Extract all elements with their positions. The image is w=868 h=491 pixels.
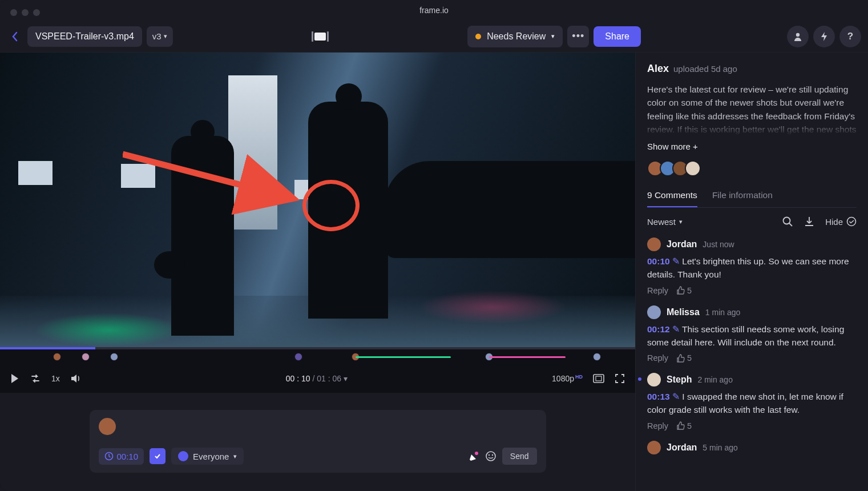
version-label: v3 bbox=[152, 31, 162, 41]
timeline-marker[interactable] bbox=[294, 353, 302, 361]
comment-timecode[interactable]: 00:10 bbox=[647, 256, 670, 266]
comment-item[interactable]: Jordan Just now 00:10 ✎ Let's brighten t… bbox=[647, 238, 857, 295]
comment-meta: Just now bbox=[703, 240, 734, 249]
svg-point-9 bbox=[784, 218, 790, 224]
loop-button[interactable] bbox=[30, 373, 41, 384]
comments-sidebar: Alex uploaded 5d ago Here's the latest c… bbox=[635, 53, 868, 491]
play-button[interactable] bbox=[10, 373, 19, 384]
chevron-down-icon: ▾ bbox=[551, 33, 555, 40]
comment-composer[interactable]: 00:10 Everyone ▾ bbox=[90, 410, 546, 473]
like-button[interactable]: 5 bbox=[676, 353, 692, 363]
playback-speed[interactable]: 1x bbox=[51, 374, 60, 383]
timecode-display[interactable]: 00 : 10 / 01 : 06 ▾ bbox=[286, 374, 348, 383]
like-button[interactable]: 5 bbox=[676, 421, 692, 430]
reply-button[interactable]: Reply bbox=[647, 353, 668, 363]
download-comments-button[interactable] bbox=[804, 216, 815, 227]
svg-line-1 bbox=[123, 154, 294, 199]
comment-item[interactable]: Jordan 5 min ago bbox=[647, 441, 857, 454]
timeline-marker[interactable] bbox=[593, 353, 601, 361]
like-button[interactable]: 5 bbox=[676, 286, 692, 295]
file-name-button[interactable]: VSPEED-Trailer-v3.mp4 bbox=[27, 26, 142, 47]
timeline-marker[interactable] bbox=[110, 353, 118, 361]
account-button[interactable] bbox=[787, 26, 809, 47]
resolution-selector[interactable]: 1080pHD bbox=[552, 374, 583, 383]
clock-icon bbox=[104, 452, 114, 461]
back-button[interactable] bbox=[7, 29, 23, 45]
annotation-circle[interactable] bbox=[302, 180, 360, 231]
version-selector[interactable]: v3 ▾ bbox=[147, 26, 173, 47]
share-button[interactable]: Share bbox=[594, 26, 641, 47]
timeline-range[interactable] bbox=[489, 356, 566, 358]
svg-rect-2 bbox=[594, 375, 604, 383]
annotation-arrow[interactable] bbox=[123, 150, 311, 218]
emoji-button[interactable] bbox=[485, 450, 496, 462]
reply-button[interactable]: Reply bbox=[647, 421, 668, 430]
attach-timecode-toggle[interactable] bbox=[150, 448, 165, 464]
mac-window-controls[interactable] bbox=[10, 9, 40, 16]
asset-description: Here's the latest cut for review – we're… bbox=[647, 83, 857, 136]
svg-point-7 bbox=[488, 454, 490, 456]
comment-item[interactable]: Melissa 1 min ago 00:12 ✎ This section s… bbox=[647, 305, 857, 363]
svg-point-8 bbox=[492, 454, 493, 456]
timeline[interactable] bbox=[0, 347, 635, 364]
comment-meta: 5 min ago bbox=[703, 443, 737, 452]
lightning-button[interactable] bbox=[813, 26, 835, 47]
status-dot-icon bbox=[475, 34, 481, 39]
annotation-icon: ✎ bbox=[672, 324, 680, 334]
annotation-icon: ✎ bbox=[672, 392, 680, 401]
video-canvas[interactable] bbox=[0, 53, 635, 347]
status-label: Needs Review bbox=[487, 31, 546, 42]
hide-completed-toggle[interactable]: Hide bbox=[825, 216, 857, 227]
fullscreen-button[interactable] bbox=[615, 373, 625, 384]
comment-item[interactable]: Steph 2 min ago 00:13 ✎ I swapped the ne… bbox=[647, 373, 857, 430]
tab-file-information[interactable]: File information bbox=[712, 190, 773, 207]
player-controls: 1x 00 : 10 / 01 : 06 ▾ 1080pHD bbox=[0, 364, 635, 393]
viewer-avatar[interactable] bbox=[685, 160, 701, 176]
help-button[interactable]: ? bbox=[839, 26, 861, 47]
reply-button[interactable]: Reply bbox=[647, 286, 668, 295]
uploader-meta: uploaded 5d ago bbox=[673, 64, 737, 74]
viewer-avatars[interactable] bbox=[647, 160, 857, 176]
svg-point-6 bbox=[486, 452, 495, 461]
top-toolbar: VSPEED-Trailer-v3.mp4 v3 ▾ Needs Review … bbox=[0, 21, 868, 53]
compare-view-toggle[interactable] bbox=[312, 31, 329, 42]
uploader-name: Alex bbox=[647, 63, 669, 75]
composer-avatar bbox=[99, 418, 116, 435]
send-button[interactable]: Send bbox=[502, 448, 537, 465]
timecode-chip[interactable]: 00:10 bbox=[99, 448, 144, 465]
comment-author: Steph bbox=[667, 375, 692, 385]
search-comments-button[interactable] bbox=[782, 216, 793, 227]
comment-avatar bbox=[647, 441, 661, 454]
comment-avatar bbox=[647, 238, 661, 251]
svg-point-10 bbox=[847, 218, 856, 226]
timeline-marker[interactable] bbox=[53, 353, 61, 361]
chevron-down-icon: ▾ bbox=[233, 453, 237, 460]
comment-avatar bbox=[647, 305, 661, 319]
show-more-button[interactable]: Show more + bbox=[647, 142, 857, 151]
comment-author: Melissa bbox=[667, 307, 700, 317]
more-actions-button[interactable]: ••• bbox=[567, 26, 589, 47]
svg-rect-3 bbox=[596, 376, 601, 381]
comment-meta: 1 min ago bbox=[705, 308, 740, 317]
comment-timecode[interactable]: 00:13 bbox=[647, 392, 670, 401]
check-icon bbox=[154, 452, 162, 460]
sort-selector[interactable]: Newest▾ bbox=[647, 217, 683, 227]
comment-timecode[interactable]: 00:12 bbox=[647, 324, 670, 334]
check-circle-icon bbox=[846, 216, 857, 227]
annotation-icon: ✎ bbox=[672, 256, 680, 266]
audience-selector[interactable]: Everyone ▾ bbox=[171, 448, 244, 465]
draw-tool-button[interactable] bbox=[468, 450, 479, 462]
guides-button[interactable] bbox=[593, 374, 604, 383]
volume-button[interactable] bbox=[70, 373, 82, 384]
timeline-marker[interactable] bbox=[82, 353, 90, 361]
comment-meta: 2 min ago bbox=[697, 375, 732, 384]
comment-avatar bbox=[647, 373, 661, 387]
globe-icon bbox=[178, 451, 188, 461]
comment-author: Jordan bbox=[667, 239, 697, 249]
svg-point-5 bbox=[475, 452, 478, 455]
timeline-range[interactable] bbox=[356, 356, 451, 358]
status-selector[interactable]: Needs Review ▾ bbox=[467, 26, 563, 47]
tab-comments[interactable]: 9 Comments bbox=[647, 190, 697, 207]
svg-point-0 bbox=[796, 33, 800, 36]
comment-author: Jordan bbox=[667, 442, 697, 453]
